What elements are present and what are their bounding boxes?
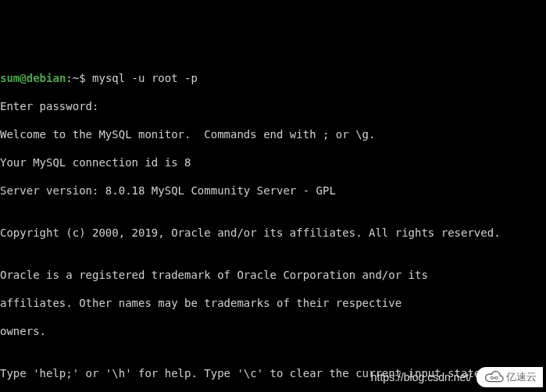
prompt-path: ~ [73, 72, 79, 84]
output-line: Welcome to the MySQL monitor. Commands e… [0, 127, 546, 141]
prompt-user: sum [0, 72, 20, 84]
command-text: mysql -u root -p [92, 72, 198, 84]
output-line: owners. [0, 324, 546, 338]
output-line: Oracle is a registered trademark of Orac… [0, 268, 546, 282]
terminal-output[interactable]: sum@debian:~$ mysql -u root -p Enter pas… [0, 56, 546, 392]
output-line: Type 'help;' or '\h' for help. Type '\c'… [0, 366, 546, 380]
output-line: Your MySQL connection id is 8 [0, 155, 546, 169]
prompt-host: debian [27, 72, 66, 84]
output-line: Copyright (c) 2000, 2019, Oracle and/or … [0, 226, 546, 240]
prompt-at: @ [20, 72, 26, 84]
prompt-line-1: sum@debian:~$ mysql -u root -p [0, 71, 546, 85]
output-line: Server version: 8.0.18 MySQL Community S… [0, 184, 546, 198]
output-line: affiliates. Other names may be trademark… [0, 296, 546, 310]
output-line: Enter password: [0, 99, 546, 113]
prompt-sep: : [66, 72, 72, 84]
prompt-symbol: $ [79, 72, 92, 84]
